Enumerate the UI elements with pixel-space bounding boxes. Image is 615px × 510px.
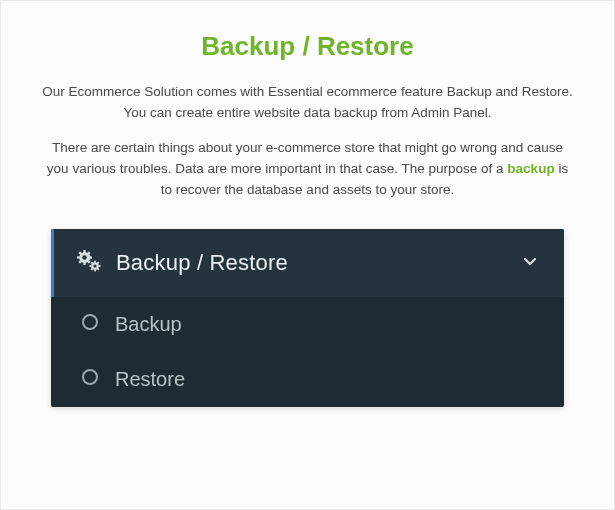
para2-part-a: There are certain things about your e-co…: [47, 140, 563, 176]
para2-accent: backup: [507, 161, 554, 176]
sidebar-item-backup-restore[interactable]: Backup / Restore: [51, 229, 564, 297]
cogs-icon: [76, 249, 102, 277]
svg-point-22: [83, 370, 97, 384]
chevron-down-icon: [522, 253, 538, 273]
circle-icon: [81, 313, 99, 335]
circle-icon: [81, 368, 99, 390]
description-paragraph-1: Our Ecommerce Solution comes with Essent…: [41, 82, 574, 124]
sidebar-panel: Backup / Restore Backup Restore: [51, 229, 564, 407]
sidebar-item-restore[interactable]: Restore: [51, 352, 564, 407]
sidebar-item-label: Backup: [115, 313, 182, 336]
sidebar-item-label: Restore: [115, 368, 185, 391]
description-paragraph-2: There are certain things about your e-co…: [41, 138, 574, 201]
sidebar-item-backup[interactable]: Backup: [51, 297, 564, 352]
page-title: Backup / Restore: [41, 31, 574, 62]
sidebar-header-label: Backup / Restore: [116, 250, 522, 276]
svg-point-21: [83, 315, 97, 329]
svg-point-20: [93, 264, 96, 267]
svg-point-10: [82, 255, 86, 259]
